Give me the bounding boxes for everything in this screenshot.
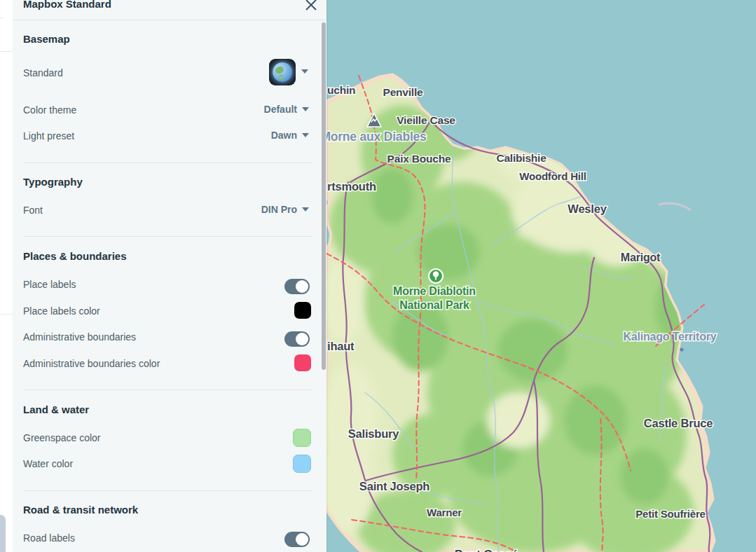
place-labels-toggle[interactable] xyxy=(284,279,310,294)
standard-label: Standard xyxy=(23,67,63,78)
greenspace-color-label: Greenspace color xyxy=(23,432,101,443)
map-label: Saint Joseph xyxy=(359,480,429,492)
map-label: ihaut xyxy=(327,340,355,352)
left-underlay-panel xyxy=(0,0,13,552)
collapsed-control-tab[interactable] xyxy=(0,515,6,552)
map-svg: uchin Penville Vieille Case Morne aux Di… xyxy=(327,0,756,552)
chevron-down-icon xyxy=(302,207,309,212)
strip-divider xyxy=(0,314,13,315)
chevron-down-icon[interactable] xyxy=(301,69,308,74)
place-labels-color-swatch[interactable] xyxy=(294,302,311,319)
mapbox-studio-app: uchin Penville Vieille Case Morne aux Di… xyxy=(0,0,756,552)
map-label: Morne Diablotin xyxy=(393,285,476,297)
greenspace-color-swatch[interactable] xyxy=(293,429,311,447)
admin-boundaries-toggle[interactable] xyxy=(284,331,310,347)
font-select[interactable]: DIN Pro xyxy=(261,204,309,215)
toggle-knob xyxy=(296,280,308,293)
place-labels-color-label: Place labels color xyxy=(23,305,100,317)
water-color-swatch[interactable] xyxy=(293,455,311,473)
close-button[interactable] xyxy=(304,0,318,13)
section-basemap: Basemap xyxy=(23,33,70,45)
color-theme-select[interactable]: Default xyxy=(264,104,309,115)
map-label: rtsmouth xyxy=(327,180,376,193)
light-preset-label: Light preset xyxy=(23,130,74,142)
divider xyxy=(23,490,312,491)
water-color-label: Water color xyxy=(23,458,73,469)
close-icon xyxy=(304,0,318,13)
color-theme-value: Default xyxy=(264,104,297,115)
place-labels-label: Place labels xyxy=(23,279,76,290)
poi-dot xyxy=(680,347,683,351)
map-label: Woodford Hill xyxy=(519,170,586,182)
section-land-water: Land & water xyxy=(23,403,89,415)
toggle-knob xyxy=(296,333,308,345)
section-places-boundaries: Places & boundaries xyxy=(23,250,127,262)
map-label: Kalinago Territory xyxy=(623,331,716,343)
road-labels-toggle[interactable] xyxy=(284,532,310,547)
map-label: National Park xyxy=(399,299,469,311)
map-canvas[interactable]: uchin Penville Vieille Case Morne aux Di… xyxy=(327,0,756,552)
map-label: Penville xyxy=(383,86,424,98)
toggle-knob xyxy=(296,533,308,546)
map-label: Marigot xyxy=(621,251,661,263)
style-panel: Mapbox Standard Basemap Standard Color t… xyxy=(13,0,327,552)
map-label: Wesley xyxy=(568,202,607,215)
map-label: Salisbury xyxy=(348,427,400,440)
map-label: Pont Cassé xyxy=(455,548,518,552)
map-label: uchin xyxy=(327,84,355,96)
panel-title: Mapbox Standard xyxy=(23,0,111,10)
section-typography: Typography xyxy=(23,176,83,188)
panel-header: Mapbox Standard xyxy=(13,0,327,20)
color-theme-label: Color theme xyxy=(23,104,76,116)
admin-boundaries-color-label: Administrative boundaries color xyxy=(23,358,160,369)
map-label: Calibishie xyxy=(496,152,547,164)
chevron-down-icon xyxy=(302,107,309,111)
strip-divider xyxy=(0,51,13,52)
divider xyxy=(23,389,312,390)
road-labels-label: Road labels xyxy=(23,532,75,544)
font-label: Font xyxy=(23,205,43,216)
section-road-transit: Road & transit network xyxy=(23,504,138,516)
divider xyxy=(23,236,312,237)
light-preset-value: Dawn xyxy=(271,130,297,141)
font-value: DIN Pro xyxy=(261,204,297,215)
map-label: Vieille Case xyxy=(397,114,455,126)
park-icon xyxy=(429,269,443,283)
basemap-thumbnail-button[interactable] xyxy=(269,59,296,85)
map-label: Petit Soufrière xyxy=(635,508,706,520)
light-preset-select[interactable]: Dawn xyxy=(271,130,309,141)
panel-scrollbar[interactable] xyxy=(322,22,326,370)
globe-icon xyxy=(273,62,292,82)
strip-divider xyxy=(0,18,4,18)
chevron-down-icon xyxy=(302,133,309,137)
map-label: Morne aux Diables xyxy=(327,130,427,144)
map-label: Castle Bruce xyxy=(644,417,713,429)
admin-boundaries-label: Administrative boundaries xyxy=(23,331,136,343)
map-label: Warner xyxy=(427,506,462,518)
map-label: Paix Bouche xyxy=(387,153,451,165)
admin-boundaries-color-swatch[interactable] xyxy=(294,354,311,371)
divider xyxy=(23,163,312,163)
